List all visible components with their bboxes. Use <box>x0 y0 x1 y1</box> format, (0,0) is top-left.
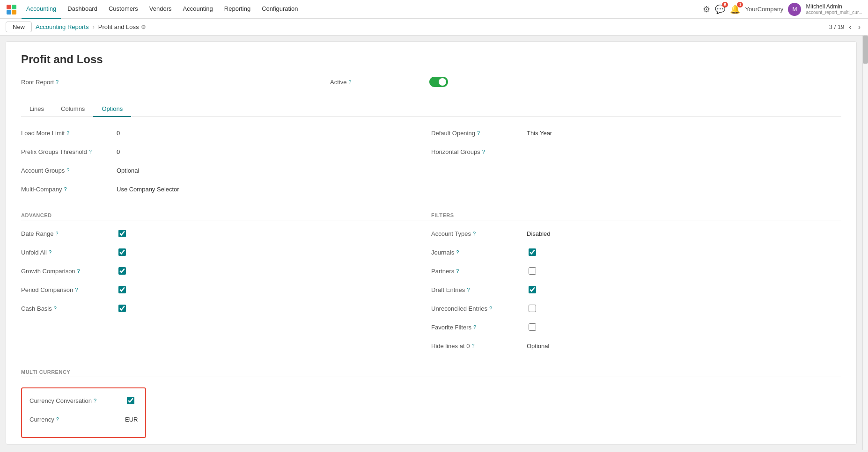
favorite-filters-help[interactable]: ? <box>473 324 476 330</box>
growth-comparison-help[interactable]: ? <box>77 268 80 274</box>
new-button[interactable]: New <box>6 22 32 32</box>
nav-configuration[interactable]: Configuration <box>257 0 302 19</box>
breadcrumb-current: Profit and Loss ⚙ <box>98 23 146 30</box>
currency-conversation-checkbox[interactable] <box>127 397 134 404</box>
tab-options[interactable]: Options <box>93 102 131 117</box>
account-types-label: Account Types ? <box>431 230 525 237</box>
breadcrumb-parent-link[interactable]: Accounting Reports <box>36 23 88 30</box>
app-logo[interactable] <box>6 4 17 15</box>
root-report-field: Root Report ? <box>21 75 115 88</box>
nav-accounting[interactable]: Accounting <box>178 0 218 19</box>
pagination-next-button[interactable]: › <box>856 23 862 31</box>
multi-currency-section-header: MULTI CURRENCY <box>21 369 841 377</box>
account-types-help[interactable]: ? <box>473 231 476 236</box>
load-more-limit-help[interactable]: ? <box>66 130 69 136</box>
multi-company-label: Multi-Company ? <box>21 186 115 193</box>
settings-icon[interactable]: ⚙ <box>703 4 710 15</box>
period-comparison-help[interactable]: ? <box>75 287 78 292</box>
multi-currency-highlight-box: Currency Conversation ? Currency ? EUR <box>21 387 146 438</box>
horizontal-groups-field: Horizontal Groups ? <box>431 145 841 158</box>
load-more-limit-field: Load More Limit ? 0 <box>21 126 431 139</box>
svg-rect-0 <box>7 5 11 9</box>
cash-basis-help[interactable]: ? <box>54 306 57 311</box>
growth-comparison-checkbox[interactable] <box>118 267 126 275</box>
date-range-help[interactable]: ? <box>55 231 58 236</box>
account-groups-help[interactable]: ? <box>66 168 69 173</box>
nav-customers[interactable]: Customers <box>104 0 143 19</box>
advanced-section-header: ADVANCED <box>21 212 431 220</box>
journals-field: Journals ? <box>431 246 841 259</box>
currency-conversation-help[interactable]: ? <box>94 398 96 403</box>
period-comparison-field: Period Comparison ? <box>21 283 431 296</box>
partners-field: Partners ? <box>431 264 841 277</box>
options-left: Load More Limit ? 0 Prefix Groups Thresh… <box>21 126 431 201</box>
journals-help[interactable]: ? <box>456 249 459 255</box>
partners-checkbox[interactable] <box>529 267 536 275</box>
draft-entries-checkbox[interactable] <box>529 286 536 293</box>
account-types-field: Account Types ? Disabled <box>431 227 841 240</box>
unfold-all-checkbox[interactable] <box>118 248 126 256</box>
pagination-prev-button[interactable]: ‹ <box>847 23 853 31</box>
draft-entries-label: Draft Entries ? <box>431 286 525 293</box>
partners-help[interactable]: ? <box>456 268 459 274</box>
journals-checkbox[interactable] <box>529 248 536 256</box>
cash-basis-checkbox[interactable] <box>118 305 126 312</box>
currency-label: Currency ? <box>29 416 123 423</box>
active-toggle[interactable] <box>429 77 448 87</box>
date-range-checkbox[interactable] <box>118 230 126 237</box>
nav-vendors[interactable]: Vendors <box>145 0 177 19</box>
growth-comparison-field: Growth Comparison ? <box>21 264 431 277</box>
hide-lines-label: Hide lines at 0 ? <box>431 343 525 350</box>
gear-settings-icon[interactable]: ⚙ <box>141 24 146 30</box>
user-name: Mitchell Admin <box>806 3 862 10</box>
currency-value: EUR <box>125 416 138 423</box>
active-help[interactable]: ? <box>348 79 351 85</box>
active-field: Active ? <box>330 75 448 88</box>
favorite-filters-checkbox[interactable] <box>529 323 536 331</box>
main-content: Profit and Loss Root Report ? Active ? <box>0 36 868 450</box>
activity-icon[interactable]: 🔔 1 <box>730 4 740 15</box>
default-opening-help[interactable]: ? <box>477 130 480 136</box>
favorite-filters-field: Favorite Filters ? <box>431 321 841 334</box>
user-avatar[interactable]: M <box>788 3 801 16</box>
content-panel: Profit and Loss Root Report ? Active ? <box>6 41 857 445</box>
options-right: Default Opening ? This Year Horizontal G… <box>431 126 841 201</box>
advanced-filters-section: ADVANCED Date Range ? Unfold All ? <box>21 201 841 358</box>
cash-basis-label: Cash Basis ? <box>21 305 115 312</box>
multi-company-field: Multi-Company ? Use Company Selector <box>21 182 431 196</box>
currency-help[interactable]: ? <box>56 416 59 422</box>
date-range-field: Date Range ? <box>21 227 431 240</box>
advanced-section: ADVANCED Date Range ? Unfold All ? <box>21 201 431 358</box>
company-name: YourCompany <box>745 6 783 13</box>
prefix-groups-help[interactable]: ? <box>89 149 92 154</box>
tab-lines[interactable]: Lines <box>21 102 52 117</box>
root-report-help[interactable]: ? <box>56 79 59 85</box>
activity-badge: 1 <box>737 2 743 7</box>
account-groups-label: Account Groups ? <box>21 167 115 174</box>
nav-reporting[interactable]: Reporting <box>220 0 255 19</box>
scrollbar[interactable] <box>862 36 868 450</box>
currency-conversation-label: Currency Conversation ? <box>29 397 123 404</box>
multi-company-help[interactable]: ? <box>64 186 66 192</box>
horizontal-groups-help[interactable]: ? <box>482 149 485 154</box>
tab-columns[interactable]: Columns <box>52 102 93 117</box>
draft-entries-help[interactable]: ? <box>467 287 470 292</box>
multi-currency-section: MULTI CURRENCY Currency Conversation ? C… <box>21 369 841 438</box>
default-opening-field: Default Opening ? This Year <box>431 126 841 139</box>
unreconciled-entries-checkbox[interactable] <box>529 305 536 312</box>
default-opening-value: This Year <box>527 130 552 137</box>
unfold-all-help[interactable]: ? <box>49 249 51 255</box>
app-name[interactable]: Accounting <box>22 0 61 19</box>
unreconciled-entries-help[interactable]: ? <box>489 306 492 311</box>
messages-icon[interactable]: 💬 5 <box>715 4 725 15</box>
hide-lines-field: Hide lines at 0 ? Optional <box>431 339 841 352</box>
pagination: 3 / 19 ‹ › <box>829 23 862 31</box>
draft-entries-field: Draft Entries ? <box>431 283 841 296</box>
period-comparison-checkbox[interactable] <box>118 286 126 293</box>
hide-lines-help[interactable]: ? <box>471 343 474 349</box>
options-top-section: Load More Limit ? 0 Prefix Groups Thresh… <box>21 126 841 201</box>
nav-dashboard[interactable]: Dashboard <box>63 0 102 19</box>
tabs: Lines Columns Options <box>21 102 841 117</box>
messages-badge: 5 <box>722 2 728 7</box>
user-info: Mitchell Admin account_report_multi_cur.… <box>806 3 862 15</box>
